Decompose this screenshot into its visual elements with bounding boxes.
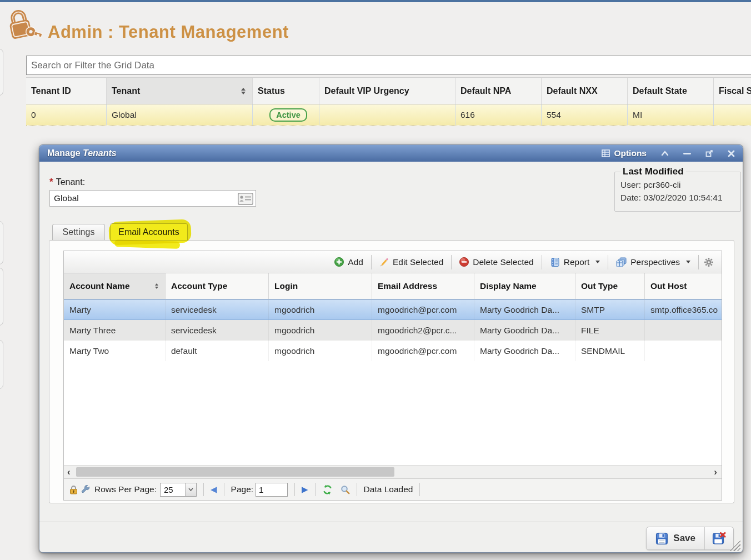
pager-separator — [419, 483, 420, 496]
column-tenant-id[interactable]: Tenant ID — [26, 78, 107, 104]
contact-card-icon — [238, 193, 253, 205]
manage-tenants-dialog: Manage Tenants Options — [39, 144, 743, 553]
lock-columns-button[interactable] — [69, 485, 78, 494]
minus-icon — [683, 151, 691, 156]
report-icon — [550, 257, 560, 267]
cell-default-vip-urgency — [319, 104, 455, 125]
dialog-title: Manage Tenants — [47, 148, 117, 158]
column-email-address[interactable]: Email Address — [372, 273, 474, 299]
close-button[interactable] — [728, 150, 735, 157]
delete-selected-button[interactable]: Delete Selected — [454, 254, 538, 270]
grid-status-text: Data Loaded — [364, 484, 413, 494]
sort-arrows-icon — [241, 88, 246, 94]
cell-out-host — [645, 320, 722, 341]
cell-default-state: MI — [628, 104, 714, 125]
cell-out-host — [645, 341, 722, 361]
pager-separator — [224, 483, 224, 496]
account-row-marty-three[interactable]: Marty Three servicedesk mgoodrich mgoodr… — [64, 320, 722, 341]
column-status[interactable]: Status — [253, 78, 319, 104]
scrollbar-thumb[interactable] — [76, 467, 394, 477]
tenant-field — [49, 190, 256, 207]
dialog-titlebar[interactable]: Manage Tenants Options — [39, 145, 743, 162]
account-row-marty[interactable]: Marty servicedesk mgoodrich mgoodrich@pc… — [64, 299, 722, 320]
scroll-left-button[interactable]: ‹ — [67, 466, 71, 478]
delete-icon — [459, 257, 469, 267]
column-default-npa[interactable]: Default NPA — [455, 78, 542, 104]
tenant-grid-header: Tenant ID Tenant Status Default VIP Urge… — [26, 77, 751, 104]
left-panel-edge — [0, 268, 3, 326]
wrench-icon — [81, 485, 90, 494]
last-modified-title: Last Modified — [620, 166, 686, 177]
column-display-name[interactable]: Display Name — [474, 273, 575, 299]
column-out-type[interactable]: Out Type — [575, 273, 645, 299]
last-modified-date: Date: 03/02/2020 10:54:41 — [620, 191, 735, 204]
combo-arrow-icon — [185, 483, 196, 496]
pencil-icon — [379, 257, 389, 267]
column-login[interactable]: Login — [269, 273, 372, 299]
cell-account-name: Marty Three — [64, 320, 166, 341]
cell-out-type: SMTP — [575, 300, 645, 319]
popout-button[interactable] — [705, 149, 713, 157]
application-window: Admin : Tenant Management Tenant ID Tena… — [0, 0, 751, 560]
save-button[interactable]: Save — [647, 527, 704, 549]
cell-tenant-id: 0 — [26, 104, 107, 125]
cell-account-type: servicedesk — [166, 300, 269, 319]
email-accounts-panel: Add Edit Selected — [49, 240, 734, 503]
cell-account-name: Marty — [64, 300, 166, 319]
previous-page-button[interactable]: ◀ — [211, 484, 217, 494]
grid-search-input[interactable] — [26, 56, 751, 75]
add-button[interactable]: Add — [329, 254, 368, 270]
page-title: Admin : Tenant Management — [48, 22, 289, 42]
popout-icon — [705, 149, 713, 157]
toolbar-separator — [451, 255, 452, 269]
tenant-lookup-button[interactable] — [238, 193, 253, 207]
account-row-marty-two[interactable]: Marty Two default mgoodrich mgoodrich@pc… — [64, 341, 722, 361]
dialog-footer-divider — [39, 522, 743, 522]
column-default-state[interactable]: Default State — [628, 78, 714, 104]
page-label: Page: — [231, 484, 254, 494]
grid-pager-bar: Rows Per Page: 25 ◀ Page: ▶ — [64, 478, 722, 500]
scroll-right-button[interactable]: › — [714, 466, 717, 478]
last-modified-panel: Last Modified User: pcr360-cli Date: 03/… — [614, 166, 741, 212]
tab-email-accounts[interactable]: Email Accounts — [110, 223, 188, 240]
admin-lock-key-icon — [7, 6, 43, 48]
close-icon — [728, 150, 735, 157]
cell-account-type: default — [166, 341, 269, 361]
report-button[interactable]: Report — [545, 254, 605, 270]
search-grid-button[interactable] — [341, 485, 350, 494]
grid-settings-button[interactable] — [702, 254, 716, 270]
cell-out-type: FILE — [575, 320, 645, 341]
next-page-button[interactable]: ▶ — [302, 484, 308, 494]
column-tenant[interactable]: Tenant — [107, 78, 253, 104]
grid-tools-button[interactable] — [81, 485, 90, 494]
gear-icon — [704, 257, 714, 267]
column-account-type[interactable]: Account Type — [166, 273, 269, 299]
cell-account-name: Marty Two — [64, 341, 166, 361]
column-out-host[interactable]: Out Host — [645, 273, 722, 299]
cell-email-address: mgoodrich2@pcr.c... — [372, 320, 474, 341]
perspectives-button[interactable]: Perspectives — [611, 254, 695, 270]
minimize-button[interactable] — [683, 151, 691, 156]
pager-separator — [203, 483, 204, 496]
tab-settings[interactable]: Settings — [52, 224, 105, 240]
collapse-button[interactable] — [661, 151, 669, 156]
rows-per-page-select[interactable]: 25 — [160, 483, 197, 497]
page-number-input[interactable] — [256, 483, 288, 497]
save-and-close-button[interactable] — [705, 527, 733, 549]
column-fiscal[interactable]: Fiscal S — [714, 78, 751, 104]
column-account-name[interactable]: Account Name — [64, 273, 166, 299]
toolbar-separator — [608, 255, 608, 269]
tenant-row-global[interactable]: 0 Global Active 616 554 MI — [26, 104, 751, 126]
top-accent-bar — [0, 0, 751, 2]
chevron-up-icon — [661, 151, 669, 156]
column-default-vip-urgency[interactable]: Default VIP Urgency — [319, 78, 455, 104]
options-button[interactable]: Options — [602, 148, 647, 158]
save-floppy-icon — [655, 532, 668, 545]
edit-selected-button[interactable]: Edit Selected — [374, 254, 448, 270]
grid-empty-area — [64, 361, 722, 465]
column-default-nxx[interactable]: Default NXX — [542, 78, 628, 104]
toolbar-separator — [371, 255, 372, 269]
refresh-button[interactable] — [322, 484, 333, 495]
left-panel-edge — [0, 340, 3, 389]
tenant-input[interactable] — [50, 191, 233, 206]
